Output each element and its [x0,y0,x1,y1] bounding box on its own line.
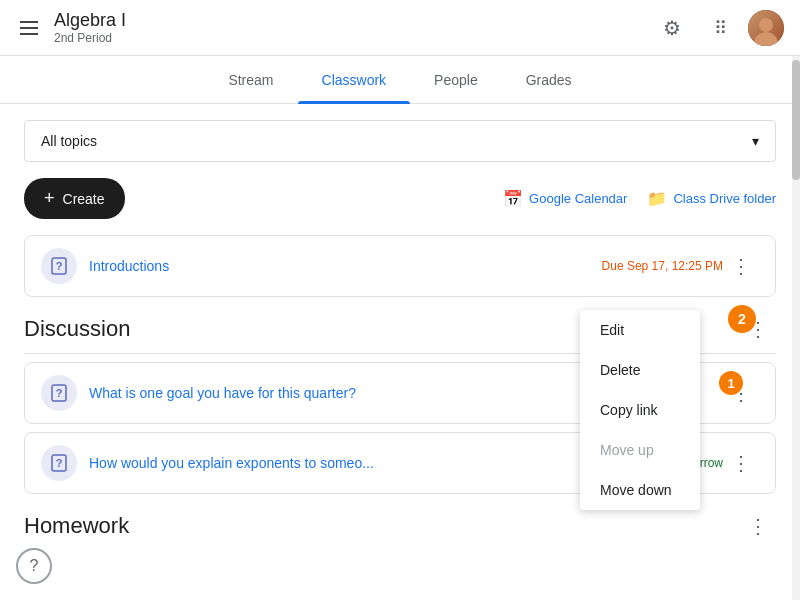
badge-2: 2 [728,305,756,333]
tab-stream-label: Stream [228,72,273,88]
discussion-item-1-more-button[interactable]: ⋮ 1 [723,377,759,409]
introductions-due: Due Sep 17, 12:25 PM [602,259,723,273]
context-menu: Edit Delete Copy link Move up Move down [580,310,700,510]
tab-people[interactable]: People [410,56,502,104]
tab-people-label: People [434,72,478,88]
hamburger-menu[interactable] [16,17,42,39]
homework-section-header: Homework ⋮ [24,510,776,542]
introductions-title: Introductions [89,258,602,274]
context-menu-move-down[interactable]: Move down [580,470,700,510]
tab-grades-label: Grades [526,72,572,88]
tab-stream[interactable]: Stream [204,56,297,104]
topics-dropdown[interactable]: All topics ▾ [24,120,776,162]
action-links: 📅 Google Calendar 📁 Class Drive folder [503,189,776,208]
calendar-label: Google Calendar [529,191,627,206]
nav-tabs: Stream Classwork People Grades [0,56,800,104]
context-menu-move-up: Move up [580,430,700,470]
context-menu-copy-link[interactable]: Copy link [580,390,700,430]
drive-label: Class Drive folder [673,191,776,206]
class-drive-folder-link[interactable]: 📁 Class Drive folder [647,189,776,208]
create-plus-icon: + [44,188,55,209]
introductions-item[interactable]: ? Introductions Due Sep 17, 12:25 PM ⋮ [24,235,776,297]
discussion-item-2-title: How would you explain exponents to someo… [89,455,645,471]
discussion-icon-2: ? [41,445,77,481]
tab-classwork-label: Classwork [322,72,387,88]
avatar-image [748,10,784,46]
help-icon: ? [30,557,39,575]
discussion-title: Discussion [24,316,130,342]
context-menu-delete[interactable]: Delete [580,350,700,390]
header-left: Algebra I 2nd Period [16,10,652,45]
class-title: Algebra I 2nd Period [54,10,126,45]
header: Algebra I 2nd Period ⚙ ⠿ [0,0,800,56]
settings-icon: ⚙ [663,16,681,40]
calendar-icon: 📅 [503,189,523,208]
badge-1: 1 [719,371,743,395]
discussion-more-button[interactable]: ⋮ 2 [740,313,776,345]
svg-text:?: ? [56,387,63,399]
header-right: ⚙ ⠿ [652,8,784,48]
discussion-item-2-more-button[interactable]: ⋮ [723,447,759,479]
google-calendar-link[interactable]: 📅 Google Calendar [503,189,627,208]
apps-grid-icon: ⠿ [714,17,726,39]
help-button[interactable]: ? [16,548,52,584]
class-name: Algebra I [54,10,126,31]
user-avatar[interactable] [748,10,784,46]
homework-title: Homework [24,513,129,539]
chevron-down-icon: ▾ [752,133,759,149]
tab-classwork[interactable]: Classwork [298,56,411,104]
discussion-icon-1: ? [41,375,77,411]
assignment-icon: ? [41,248,77,284]
apps-button[interactable]: ⠿ [700,8,740,48]
context-menu-edit[interactable]: Edit [580,310,700,350]
homework-more-button[interactable]: ⋮ [740,510,776,542]
svg-text:?: ? [56,457,63,469]
action-bar: + Create 📅 Google Calendar 📁 Class Drive… [24,178,776,219]
introductions-more-button[interactable]: ⋮ [723,250,759,282]
svg-text:?: ? [56,260,63,272]
create-label: Create [63,191,105,207]
folder-icon: 📁 [647,189,667,208]
topics-dropdown-label: All topics [41,133,97,149]
scrollbar-track[interactable] [792,56,800,600]
create-button[interactable]: + Create [24,178,125,219]
scrollbar-thumb[interactable] [792,60,800,180]
class-period: 2nd Period [54,31,126,45]
tab-grades[interactable]: Grades [502,56,596,104]
settings-button[interactable]: ⚙ [652,8,692,48]
